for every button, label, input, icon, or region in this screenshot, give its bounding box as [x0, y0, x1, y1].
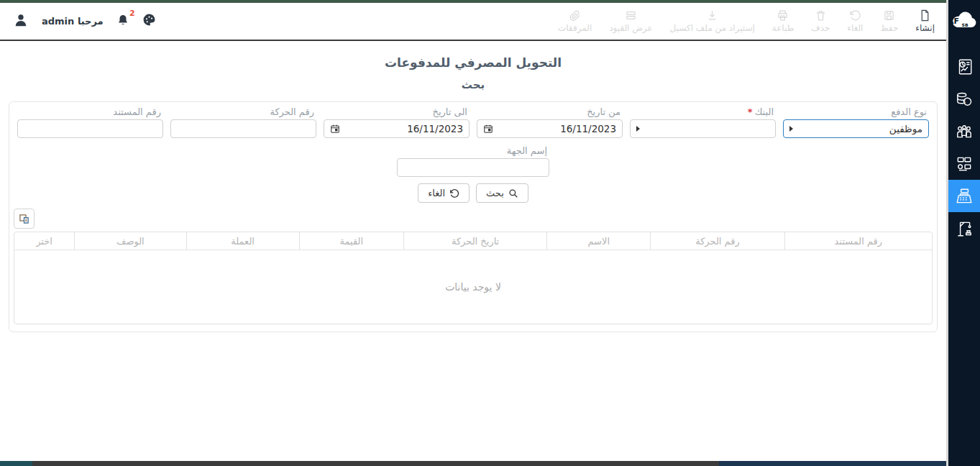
- page-subtitle: بحث: [0, 78, 946, 91]
- top-header: إنشاء حفظ الغاء: [0, 3, 946, 41]
- paperclip-icon: [569, 9, 581, 22]
- search-button-label: بحث: [486, 188, 504, 198]
- hr-people-icon: [955, 122, 974, 141]
- to-date-input[interactable]: 16/11/2023: [324, 119, 470, 138]
- sidebar-item-projects[interactable]: [948, 212, 980, 245]
- field-from-date: من تاريخ 16/11/2023: [473, 105, 626, 138]
- clear-button[interactable]: الغاء: [418, 183, 470, 203]
- toolbar-create-button[interactable]: إنشاء: [915, 9, 935, 33]
- column-header-transaction-date[interactable]: تاريخ الحركة: [403, 232, 546, 250]
- app-root: AF SB $: [0, 0, 980, 466]
- sidebar-item-finance[interactable]: $: [948, 83, 980, 115]
- date-value: 16/11/2023: [560, 123, 616, 134]
- new-file-icon: [919, 9, 931, 22]
- copy-icon: [19, 214, 29, 224]
- toolbar-label: عرض القيود: [609, 23, 652, 33]
- toolbar-cancel-button[interactable]: الغاء: [847, 9, 863, 33]
- search-fields-row: نوع الدفع موظفين البنك*: [14, 105, 933, 138]
- payment-type-select[interactable]: موظفين: [783, 119, 929, 138]
- results-table: رقم المستند رقم الحركة الاسم تاريخ الحرك…: [14, 232, 933, 324]
- column-header-currency[interactable]: العملة: [186, 232, 299, 250]
- bottom-window-strip: [0, 461, 946, 466]
- export-copy-button[interactable]: [14, 209, 35, 229]
- entries-list-icon: [625, 9, 637, 22]
- sidebar-item-reports[interactable]: [948, 50, 980, 83]
- toolbar-label: المرفقات: [558, 23, 592, 33]
- trash-icon: [815, 9, 827, 22]
- toolbar-save-button[interactable]: حفظ: [880, 9, 898, 33]
- toolbar-label: حفظ: [880, 23, 898, 33]
- save-icon: [883, 9, 895, 22]
- search-card: نوع الدفع موظفين البنك*: [9, 101, 938, 332]
- notifications-bell[interactable]: 2: [116, 14, 129, 29]
- app-logo[interactable]: AF SB: [948, 4, 980, 36]
- field-label: إسم الجهة: [399, 145, 547, 156]
- toolbar-label: طباعة: [772, 23, 794, 33]
- toolbar-delete-button[interactable]: حذف: [811, 9, 830, 33]
- sidebar-item-payments-active[interactable]: [948, 180, 980, 212]
- toolbar-attachments-button[interactable]: المرفقات: [558, 9, 592, 33]
- toolbar-show-entries-button[interactable]: عرض القيود: [609, 9, 652, 33]
- field-label: رقم الحركة: [173, 106, 314, 117]
- column-header-value[interactable]: القيمة: [299, 232, 403, 250]
- field-label: رقم المستند: [19, 106, 161, 117]
- table-empty-message: لا يوجد بيانات: [14, 250, 932, 324]
- dropdown-caret-icon: [789, 126, 793, 132]
- column-header-document-number[interactable]: رقم المستند: [784, 232, 932, 250]
- toolbar-print-button[interactable]: طباعة: [772, 9, 794, 33]
- column-header-choose[interactable]: اختر: [14, 232, 74, 250]
- undo-icon: [449, 188, 459, 198]
- sidebar-item-inventory[interactable]: [948, 147, 980, 180]
- toolbar: إنشاء حفظ الغاء: [558, 9, 935, 33]
- notification-badge: 2: [129, 9, 135, 18]
- search-button[interactable]: بحث: [476, 183, 528, 203]
- calendar-icon: [483, 124, 493, 134]
- page-title: التحويل المصرفي للمدفوعات: [0, 55, 946, 70]
- field-label: نوع الدفع: [785, 106, 927, 117]
- toolbar-label: إنشاء: [915, 23, 935, 33]
- selected-value: موظفين: [889, 123, 922, 134]
- form-buttons: بحث الغاء: [14, 183, 933, 203]
- bank-select[interactable]: [630, 119, 776, 138]
- user-greeting: مرحبا admin: [42, 16, 104, 27]
- dropdown-caret-icon: [636, 126, 640, 132]
- field-payment-type: نوع الدفع موظفين: [779, 105, 933, 138]
- document-number-input[interactable]: [17, 119, 163, 138]
- table-tools: [14, 209, 933, 229]
- svg-text:$: $: [963, 99, 966, 105]
- transaction-number-input[interactable]: [170, 119, 316, 138]
- printer-icon: [777, 9, 789, 22]
- svg-text:AF: AF: [951, 17, 959, 26]
- toolbar-label: حذف: [811, 23, 830, 33]
- field-label: البنك*: [632, 106, 774, 117]
- user-avatar[interactable]: [13, 12, 29, 31]
- field-label: الى تاريخ: [326, 106, 467, 117]
- inventory-modules-icon: [955, 155, 974, 173]
- search-icon: [508, 188, 518, 198]
- field-bank: البنك*: [626, 105, 779, 138]
- clear-button-label: الغاء: [428, 188, 445, 198]
- import-excel-icon: [706, 9, 718, 22]
- entity-name-input[interactable]: [397, 158, 549, 177]
- toolbar-import-excel-button[interactable]: إستيراد من ملف اكسيل: [670, 9, 755, 33]
- date-value: 16/11/2023: [407, 123, 463, 134]
- theme-palette-icon[interactable]: [142, 13, 156, 29]
- toolbar-label: الغاء: [847, 23, 863, 33]
- column-header-transaction-number[interactable]: رقم الحركة: [650, 232, 784, 250]
- cash-register-icon: [955, 187, 974, 206]
- money-coins-icon: $: [955, 90, 974, 109]
- column-header-description[interactable]: الوصف: [74, 232, 186, 250]
- field-document-number: رقم المستند: [14, 105, 167, 138]
- field-to-date: الى تاريخ 16/11/2023: [320, 105, 473, 138]
- field-entity-name: إسم الجهة: [397, 145, 549, 177]
- field-transaction-number: رقم الحركة: [167, 105, 320, 138]
- toolbar-label: إستيراد من ملف اكسيل: [670, 23, 755, 33]
- field-label: من تاريخ: [479, 106, 620, 117]
- from-date-input[interactable]: 16/11/2023: [477, 119, 623, 138]
- table-header-row: رقم المستند رقم الحركة الاسم تاريخ الحرك…: [14, 232, 932, 250]
- column-header-name[interactable]: الاسم: [546, 232, 650, 250]
- sidebar-item-hr[interactable]: [948, 115, 980, 147]
- crane-projects-icon: [955, 219, 974, 238]
- bell-icon: [116, 14, 129, 27]
- reports-chart-icon: [955, 58, 974, 76]
